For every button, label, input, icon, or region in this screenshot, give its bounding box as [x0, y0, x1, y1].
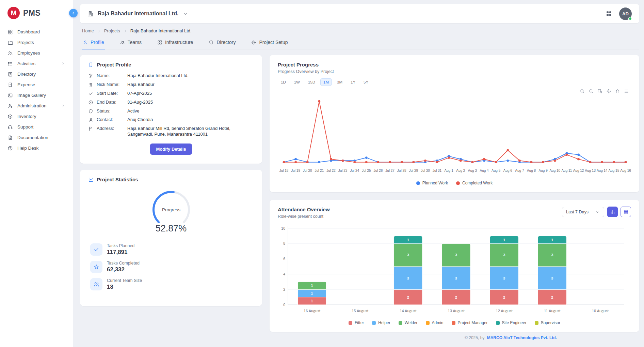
shield-icon	[88, 108, 93, 114]
sidebar-item-dashboard[interactable]: Dashboard	[3, 27, 69, 37]
expense-icon	[7, 82, 13, 88]
svg-text:Aug 6: Aug 6	[503, 169, 513, 172]
card-subtitle: Progress Overview by Project	[278, 69, 631, 74]
circle-x-icon	[88, 100, 93, 105]
bookmark-icon	[88, 62, 94, 67]
tab-teams[interactable]: Teams	[119, 36, 142, 49]
tab-directory[interactable]: Directory	[208, 36, 236, 49]
svg-text:2: 2	[503, 295, 505, 299]
footer-link[interactable]: MARCO AIoT Technologies Pvt. Ltd.	[487, 335, 557, 340]
legend-item-completed-work[interactable]: Completed Work	[456, 181, 493, 185]
check-icon	[88, 91, 93, 96]
legend-item-welder[interactable]: Welder	[399, 320, 418, 325]
legend-item-site-engineer[interactable]: Site Engineer	[496, 320, 527, 325]
field-value: Raja Bahadur International Ltd.	[127, 73, 254, 79]
pan-icon[interactable]	[606, 89, 611, 94]
tab-label: Profile	[91, 40, 104, 45]
sidebar-item-label: Employees	[17, 50, 65, 56]
range-15d[interactable]: 15D	[305, 78, 318, 86]
range-1y[interactable]: 1Y	[348, 78, 358, 86]
svg-text:2: 2	[455, 295, 457, 299]
svg-text:Jul 30: Jul 30	[421, 169, 430, 172]
attendance-bar-chart[interactable]: 024681016 August15 August14 August13 Aug…	[278, 224, 631, 319]
breadcrumb-current: Raja Bahadur International Ltd.	[130, 28, 192, 33]
tab-profile[interactable]: Profile	[82, 36, 105, 49]
documentation-icon	[7, 135, 13, 140]
sidebar-item-inventory[interactable]: Inventory	[3, 111, 69, 122]
sidebar-item-activities[interactable]: Activities	[3, 58, 69, 69]
sidebar-item-help-desk[interactable]: Help Desk	[3, 143, 69, 153]
tab-project-setup[interactable]: Project Setup	[251, 36, 288, 49]
zoom-in-icon[interactable]	[580, 89, 585, 94]
menu-icon[interactable]	[624, 89, 629, 94]
person-icon	[88, 117, 93, 123]
completed-work-swatch	[456, 181, 460, 185]
sidebar-item-employees[interactable]: Employees	[3, 48, 69, 58]
sidebar-item-label: Support	[17, 124, 65, 130]
chart-line-icon	[88, 177, 94, 182]
progress-line-chart[interactable]: Jul 18Jul 19Jul 20Jul 21Jul 22Jul 23Jul …	[278, 88, 631, 179]
stat-value: 117,891	[107, 249, 134, 256]
profile-row-name: Name:Raja Bahadur International Ltd.	[88, 73, 254, 79]
field-label: Status:	[97, 108, 124, 114]
tab-infrastructure[interactable]: Infrastructure	[157, 36, 194, 49]
range-1m[interactable]: 1M	[320, 78, 332, 86]
svg-text:0: 0	[283, 303, 285, 307]
table-view-button[interactable]	[621, 207, 631, 217]
svg-text:3: 3	[455, 253, 457, 257]
legend-item-admin[interactable]: Admin	[426, 320, 444, 325]
sidebar-item-label: Directory	[17, 72, 65, 77]
sidebar-item-documentation[interactable]: Documentation	[3, 132, 69, 143]
range-3m[interactable]: 3M	[334, 78, 345, 86]
left-column: Project Profile Name:Raja Bahadur Intern…	[80, 55, 262, 332]
svg-text:16 August: 16 August	[304, 309, 320, 313]
svg-text:Aug 1: Aug 1	[445, 169, 454, 172]
box-zoom-icon[interactable]	[597, 89, 602, 94]
apps-grid-icon[interactable]	[606, 10, 612, 17]
range-1w[interactable]: 1W	[291, 78, 303, 86]
modify-details-button[interactable]: Modify Details	[150, 144, 192, 155]
legend-item-helper[interactable]: Helper	[372, 320, 390, 325]
range-5y[interactable]: 5Y	[360, 78, 371, 86]
stat-label: Tasks Completed	[107, 261, 140, 266]
svg-text:1: 1	[551, 238, 553, 242]
sidebar-item-image-gallery[interactable]: Image Gallery	[3, 90, 69, 101]
svg-text:3: 3	[551, 253, 553, 257]
attendance-chart-legend: FitterHelperWelderAdminProject ManagerSi…	[278, 320, 631, 325]
svg-text:1: 1	[503, 238, 505, 242]
sidebar-collapse-button[interactable]	[69, 9, 78, 17]
home-icon[interactable]	[615, 89, 620, 94]
sidebar-item-label: Activities	[17, 61, 57, 66]
chevron-down-icon	[183, 11, 188, 16]
legend-item-fitter[interactable]: Fitter	[349, 320, 364, 325]
card-title: Project Profile	[97, 62, 131, 67]
sidebar-item-administration[interactable]: Administration	[3, 101, 69, 111]
progress-percent: 52.87%	[156, 223, 187, 234]
legend-item-planned-work[interactable]: Planned Work	[416, 181, 448, 185]
sidebar-menu: DashboardProjectsEmployeesActivitiesDire…	[0, 25, 73, 155]
svg-text:3: 3	[407, 253, 409, 257]
breadcrumb: HomeProjectsRaja Bahadur International L…	[80, 23, 639, 36]
sidebar-item-expense[interactable]: Expense	[3, 79, 69, 90]
legend-item-supervisor[interactable]: Supervisor	[535, 320, 560, 325]
field-value: Active	[127, 108, 254, 114]
svg-text:Aug 4: Aug 4	[480, 169, 489, 172]
card-title: Attendance Overview	[278, 207, 330, 212]
stat-text: Tasks Completed62,332	[107, 261, 140, 273]
chart-view-button[interactable]	[607, 207, 618, 217]
avatar[interactable]: AD	[619, 7, 632, 20]
zoom-out-icon[interactable]	[589, 89, 594, 94]
building-icon	[87, 11, 94, 17]
sidebar-item-label: Documentation	[17, 135, 65, 140]
range-1d[interactable]: 1D	[278, 78, 289, 86]
legend-item-project-manager[interactable]: Project Manager	[452, 320, 488, 325]
sidebar-item-label: Expense	[17, 82, 65, 87]
sidebar-item-directory[interactable]: Directory	[3, 69, 69, 79]
sidebar-item-support[interactable]: Support	[3, 122, 69, 132]
sidebar-item-projects[interactable]: Projects	[3, 37, 69, 48]
profile-row-end-date: End Date:31-Aug-2025	[88, 100, 254, 105]
breadcrumb-item-home[interactable]: Home	[82, 28, 94, 33]
company-selector[interactable]: Raja Bahadur International Ltd.	[87, 11, 188, 17]
breadcrumb-item-projects[interactable]: Projects	[104, 28, 120, 33]
date-range-select[interactable]: Last 7 Days	[562, 207, 604, 217]
